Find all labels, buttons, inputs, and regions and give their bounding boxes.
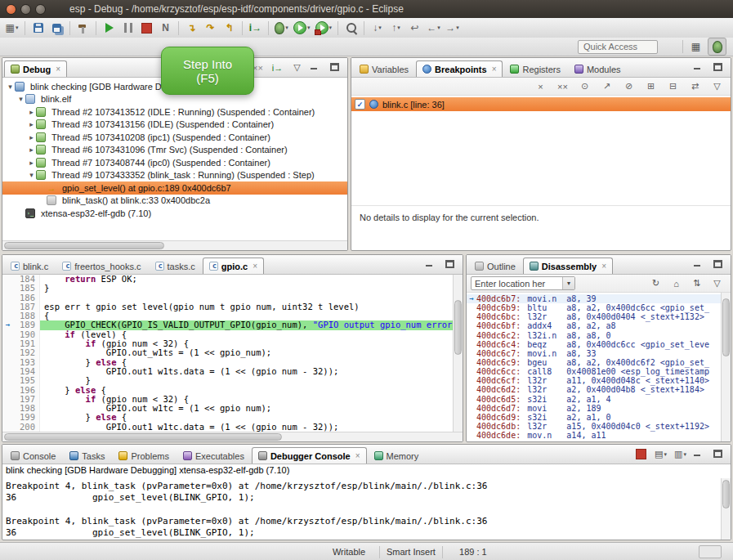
disassembly-line[interactable]: →400dc6b7:movi.n a8, 39 xyxy=(467,294,722,303)
status-progress-widget[interactable] xyxy=(699,545,722,558)
disassembly-line[interactable]: 400dc6c9:bgeu a8, a2, 0x400dc6f2 <gpio_s… xyxy=(467,358,722,367)
tree-collapse-arrow-icon[interactable]: ▾ xyxy=(6,83,15,91)
disassembly-line[interactable]: 400dc6cc:call8 0x40081e00 <esp_log_times… xyxy=(467,367,722,376)
run-icon[interactable]: ▾ xyxy=(291,19,313,37)
expand-all-icon[interactable]: ⊞ xyxy=(641,78,660,94)
tree-expand-arrow-icon[interactable]: ▸ xyxy=(27,146,36,154)
code-line[interactable]: 194 GPIO.out1_w1ts.data = (1 << (gpio_nu… xyxy=(2,367,454,376)
scrollbar-thumb[interactable] xyxy=(722,480,730,508)
instruction-stepping-mode-icon[interactable]: i→ xyxy=(268,60,287,75)
line-number[interactable]: 185 xyxy=(13,284,40,293)
code-line[interactable]: 193 } else { xyxy=(2,358,454,367)
goto-file-for-breakpoint-icon[interactable]: ↗ xyxy=(597,78,616,94)
code-line[interactable]: →189 GPIO_CHECK(GPIO_IS_VALID_OUTPUT_GPI… xyxy=(2,320,454,329)
code-line[interactable]: 196 } else { xyxy=(2,386,454,395)
open-console-icon[interactable]: ▥▾ xyxy=(671,446,690,462)
step-over-icon[interactable]: ↷ xyxy=(201,19,220,37)
view-menu-icon[interactable]: ▽ xyxy=(708,276,726,291)
console-output[interactable]: Breakpoint 4, blink_task (pvParameter=0x… xyxy=(2,478,722,540)
debug-horizontal-scrollbar[interactable] xyxy=(2,240,347,250)
code-text[interactable]: if (level) { xyxy=(40,330,454,339)
location-combo[interactable]: Enter location her ▾ xyxy=(471,276,575,290)
tree-expand-arrow-icon[interactable]: ▸ xyxy=(27,159,36,167)
tree-expand-arrow-icon[interactable]: ▸ xyxy=(27,133,36,141)
collapse-all-icon[interactable]: ⊟ xyxy=(664,78,682,94)
scrollbar-thumb[interactable] xyxy=(4,242,164,249)
disassembly-line[interactable]: 400dc6d2:l32r a2, 0x400d04b8 <_stext+118… xyxy=(467,385,722,394)
views-tab-registers[interactable]: Registers xyxy=(503,60,566,77)
annotation-ruler[interactable] xyxy=(2,330,13,339)
debug-tree-item[interactable]: xtensa-esp32-elf-gdb (7.10) xyxy=(2,207,347,220)
disassembly-line[interactable]: 400dc6d7:movi a2, 189 xyxy=(467,404,722,413)
minimize-view-button[interactable] xyxy=(422,257,441,272)
annotation-ruler[interactable] xyxy=(2,404,13,413)
debug-perspective-icon[interactable] xyxy=(708,38,726,56)
annotation-ruler[interactable] xyxy=(2,348,13,357)
debug-tree[interactable]: ▾blink checking [GDB Hardware Debugging]… xyxy=(2,78,347,240)
console-vertical-scrollbar[interactable] xyxy=(721,478,731,540)
home-icon[interactable]: ⌂ xyxy=(667,276,686,291)
maximize-view-button[interactable] xyxy=(442,257,461,272)
view-menu-icon[interactable]: ▽ xyxy=(708,78,726,94)
annotation-ruler[interactable] xyxy=(2,367,13,376)
remove-all-breakpoints-icon[interactable]: ×× xyxy=(553,78,572,94)
search-icon[interactable] xyxy=(342,19,360,37)
console-tab-memory[interactable]: Memory xyxy=(368,447,426,464)
disassembly-line[interactable]: 400dc6de:mov.n a14, a11 xyxy=(467,431,722,440)
tree-collapse-arrow-icon[interactable]: ▾ xyxy=(27,171,36,179)
disassembly-line[interactable]: 400dc6cf:l32r a11, 0x400d048c <_stext+11… xyxy=(467,376,722,385)
views-tab-variables[interactable]: Variables xyxy=(353,60,415,77)
line-number[interactable]: 200 xyxy=(13,423,40,432)
disassembly-line[interactable]: 400dc6d9:s32i a2, a1, 0 xyxy=(467,413,722,422)
step-return-icon[interactable]: ↰ xyxy=(220,19,239,37)
annotation-ruler[interactable] xyxy=(2,413,13,422)
forward-icon[interactable]: →▾ xyxy=(443,19,462,37)
code-line[interactable]: 185} xyxy=(2,284,454,293)
editor-vertical-scrollbar[interactable] xyxy=(453,275,463,432)
minimize-view-button[interactable] xyxy=(691,60,709,75)
scrollbar-thumb[interactable] xyxy=(4,433,282,441)
annotation-ruler[interactable] xyxy=(2,275,13,284)
code-text[interactable]: } xyxy=(40,284,454,293)
code-line[interactable]: 198 GPIO.out_w1tc = (1 << gpio_num); xyxy=(2,404,454,413)
window-maximize-button[interactable] xyxy=(35,4,46,15)
breakpoint-item[interactable]: ✓blink.c [line: 36] xyxy=(351,97,731,111)
console-tab-console[interactable]: Console xyxy=(4,447,62,464)
debug-tree-item[interactable]: ▸Thread #7 1073408744 (ipc0) (Suspended … xyxy=(2,156,347,169)
editor-tab-gpio-c[interactable]: gpio.c× xyxy=(203,258,264,274)
breakpoint-checkbox[interactable]: ✓ xyxy=(355,99,365,110)
code-line[interactable]: 186 xyxy=(2,293,454,302)
minimize-view-button[interactable] xyxy=(691,446,709,462)
disassembly-list[interactable]: →400dc6b7:movi.n a8, 39400dc6b9:bltu a8,… xyxy=(467,293,722,441)
code-line[interactable]: 184 return ESP_OK; xyxy=(2,275,454,284)
build-icon[interactable] xyxy=(74,19,92,37)
terminate-console-icon[interactable] xyxy=(632,446,650,462)
debug-tree-item[interactable]: ▸Thread #2 1073413512 (IDLE : Running) (… xyxy=(2,105,347,119)
window-close-button[interactable] xyxy=(6,4,16,15)
annotation-ruler[interactable] xyxy=(2,358,13,367)
annotation-ruler[interactable] xyxy=(2,395,13,404)
code-text[interactable]: return ESP_OK; xyxy=(40,275,454,284)
disassembly-line[interactable]: 400dc6bf:addx4 a8, a2, a8 xyxy=(467,321,722,330)
back-icon[interactable]: ←▾ xyxy=(424,19,443,37)
terminate-icon[interactable] xyxy=(137,19,156,37)
code-line[interactable]: 195 } xyxy=(2,376,454,385)
code-line[interactable]: 199 } else { xyxy=(2,413,454,422)
tree-expand-arrow-icon[interactable]: ▸ xyxy=(27,108,36,116)
console-tab-debugger-console[interactable]: Debugger Console× xyxy=(252,447,367,464)
code-text[interactable]: } else { xyxy=(40,358,454,367)
suspend-icon[interactable] xyxy=(118,19,137,37)
scrollbar-thumb[interactable] xyxy=(454,300,462,355)
debug-tab-debug[interactable]: Debug× xyxy=(4,60,67,77)
step-into-icon[interactable]: ↴ xyxy=(182,19,201,37)
debug-tree-item[interactable]: →gpio_set_level() at gpio.c:189 0x400dc6… xyxy=(2,181,347,195)
disassembly-line[interactable]: 400dc6d5:s32i a2, a1, 4 xyxy=(467,395,722,404)
debug-tree-item[interactable]: ▾Thread #9 1073433352 (blink_task : Runn… xyxy=(2,169,347,182)
console-tab-tasks[interactable]: Tasks xyxy=(63,447,111,464)
refresh-icon[interactable]: ↻ xyxy=(646,276,665,291)
last-edit-location-icon[interactable]: ↩ xyxy=(405,19,424,37)
save-icon[interactable] xyxy=(29,19,47,37)
debug-tree-item[interactable]: ▸Thread #3 1073413156 (IDLE) (Suspended … xyxy=(2,119,347,132)
view-menu-icon[interactable]: ▽ xyxy=(288,60,306,75)
window-minimize-button[interactable] xyxy=(20,4,31,15)
